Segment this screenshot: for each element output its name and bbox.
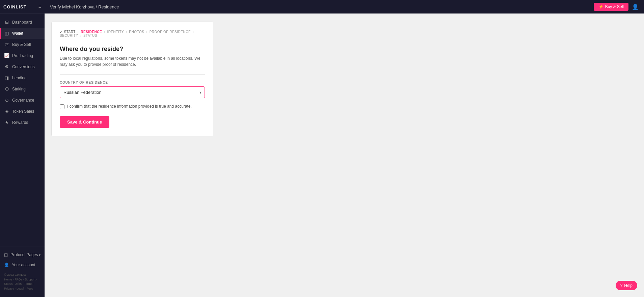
account-icon: 👤 [4,263,9,267]
sidebar-label-wallet: Wallet [12,31,23,36]
sidebar-label-your-account: Your account [12,263,35,267]
sidebar-label-dashboard: Dashboard [12,20,32,25]
sidebar-item-protocol-pages[interactable]: ◱ Protocol Pages ▾ [0,250,45,260]
buy-sell-icon: ⇄ [4,42,9,47]
sidebar-logo: COINLIST [3,4,27,9]
main-content: ✓ START › RESIDENCE › IDENTITY › PHOTOS … [45,14,644,297]
form-description: Due to local regulations, some tokens ma… [60,55,205,68]
sidebar-label-buy-sell: Buy & Sell [12,42,31,47]
sidebar-item-dashboard[interactable]: ⊞ Dashboard [0,17,45,28]
sidebar-footer: ◱ Protocol Pages ▾ 👤 Your account © 2022… [0,246,45,297]
step-start: ✓ START [60,30,76,34]
sidebar-item-buy-sell[interactable]: ⇄ Buy & Sell [0,39,45,50]
verification-card: ✓ START › RESIDENCE › IDENTITY › PHOTOS … [51,22,213,136]
pro-trading-icon: 📈 [4,53,9,58]
wallet-icon: ◫ [4,31,9,36]
staking-icon: ⬡ [4,86,9,91]
lending-icon: ◨ [4,75,9,80]
user-profile-icon[interactable]: 👤 [632,4,639,10]
sidebar-header: COINLIST ≡ [0,0,45,14]
country-select-wrapper: Russian Federation United States United … [60,86,205,98]
confirmation-row: I confirm that the residence information… [60,104,205,109]
step-sep-2: › [104,30,105,34]
step-security: SECURITY [60,34,78,37]
sidebar-item-lending[interactable]: ◨ Lending [0,72,45,83]
country-select[interactable]: Russian Federation United States United … [60,86,205,98]
dashboard-icon: ⊞ [4,20,9,25]
topbar: Verify Michel Korzhova / Residence ⚡ Buy… [45,0,644,14]
sidebar-label-lending: Lending [12,76,27,80]
page-title: Verify Michel Korzhova / Residence [50,4,119,9]
rewards-icon: ★ [4,120,9,125]
sidebar-item-governance[interactable]: ⊙ Governance [0,94,45,106]
topbar-buy-sell-button[interactable]: ⚡ Buy & Sell [594,3,628,11]
topbar-actions: ⚡ Buy & Sell 👤 [594,3,639,11]
sidebar-label-pro-trading: Pro Trading [12,53,33,58]
governance-icon: ⊙ [4,98,9,103]
token-sales-icon: ◈ [4,109,9,114]
form-title: Where do you reside? [60,46,205,53]
step-identity: IDENTITY [107,30,124,34]
sidebar-label-token-sales: Token Sales [12,109,34,114]
copyright-text: © 2022 CoinList Home · FAQs · Support · … [0,270,45,294]
sidebar-label-rewards: Rewards [12,120,28,125]
sidebar: COINLIST ≡ ⊞ Dashboard ◫ Wallet ⇄ Buy & … [0,0,45,297]
step-sep-5: › [193,30,194,34]
checkmark-icon: ✓ [60,30,63,34]
progress-steps: ✓ START › RESIDENCE › IDENTITY › PHOTOS … [60,30,205,37]
menu-icon[interactable]: ≡ [38,4,41,9]
protocol-pages-icon: ◱ [4,252,8,257]
sidebar-item-wallet[interactable]: ◫ Wallet [0,28,45,39]
step-sep-4: › [146,30,147,34]
sidebar-item-conversions[interactable]: ⚙ Conversions [0,61,45,72]
step-proof-of-residence: PROOF OF RESIDENCE [150,30,191,34]
country-field-label: COUNTRY OF RESIDENCE [60,81,205,84]
help-icon: ? [620,283,623,288]
confirmation-checkbox[interactable] [60,104,64,109]
step-sep-6: › [80,34,81,37]
sidebar-item-staking[interactable]: ⬡ Staking [0,83,45,94]
sidebar-item-rewards[interactable]: ★ Rewards [0,117,45,128]
step-status: STATUS [83,34,97,37]
sidebar-label-governance: Governance [12,98,34,103]
sidebar-item-your-account[interactable]: 👤 Your account [0,260,45,270]
help-button[interactable]: ? Help [616,281,637,290]
confirmation-label: I confirm that the residence information… [67,104,192,109]
sidebar-label-protocol-pages: Protocol Pages [10,252,38,257]
save-continue-button[interactable]: Save & Continue [60,116,109,128]
lightning-icon: ⚡ [598,4,603,9]
sidebar-label-staking: Staking [12,87,26,91]
step-photos: PHOTOS [129,30,144,34]
sidebar-label-conversions: Conversions [12,64,35,69]
step-residence: RESIDENCE [81,30,102,34]
step-sep-3: › [126,30,127,34]
sidebar-item-token-sales[interactable]: ◈ Token Sales [0,106,45,117]
chevron-down-icon: ▾ [39,253,41,257]
step-sep-1: › [78,30,79,34]
sidebar-item-pro-trading[interactable]: 📈 Pro Trading [0,50,45,61]
sidebar-nav: ⊞ Dashboard ◫ Wallet ⇄ Buy & Sell 📈 Pro … [0,14,45,246]
form-divider [60,74,205,75]
conversions-icon: ⚙ [4,64,9,69]
